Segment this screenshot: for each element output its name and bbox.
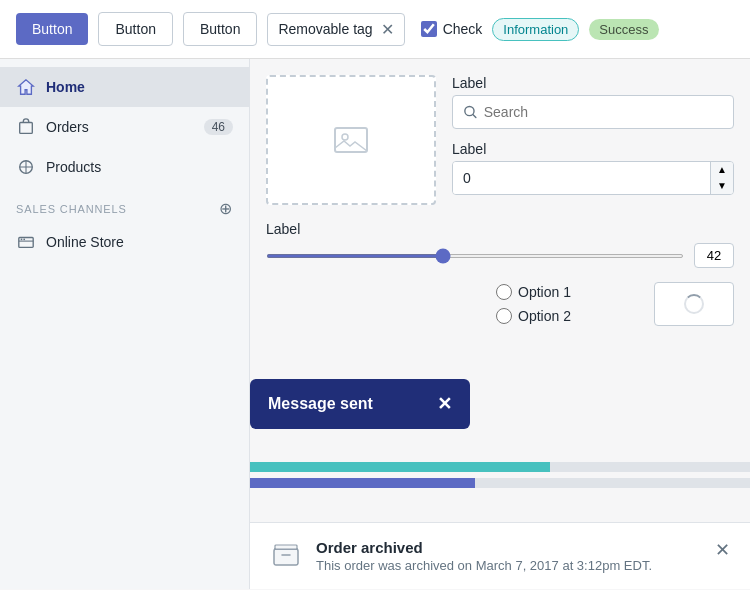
online-store-label: Online Store	[46, 234, 124, 250]
radio-option2-label: Option 2	[518, 308, 571, 324]
search-label: Label	[452, 75, 734, 91]
progress-bar-teal	[250, 462, 550, 472]
radio-btn-row: Message sent ✕ Option 1 Option 2	[266, 282, 734, 326]
top-bar: Button Button Button Removable tag ✕ Che…	[0, 0, 750, 59]
success-badge: Success	[589, 19, 658, 40]
number-input-wrap: ▲ ▼	[452, 161, 734, 195]
main-layout: Home Orders 46 Products SALES CHANNELS	[0, 59, 750, 589]
search-input[interactable]	[484, 96, 723, 128]
primary-button[interactable]: Button	[16, 13, 88, 45]
radio-option2[interactable]: Option 2	[496, 308, 571, 324]
removable-tag-close-icon[interactable]: ✕	[381, 20, 394, 39]
svg-rect-5	[335, 128, 367, 152]
home-icon	[16, 77, 36, 97]
svg-point-6	[342, 134, 348, 140]
spinner-button[interactable]	[654, 282, 734, 326]
orders-label: Orders	[46, 119, 89, 135]
spin-up-button[interactable]: ▲	[711, 162, 733, 178]
number-label: Label	[452, 141, 734, 157]
radio-option1-label: Option 1	[518, 284, 571, 300]
sales-channels-section: SALES CHANNELS ⊕	[0, 187, 249, 222]
archive-icon	[272, 541, 300, 569]
notification-body: This order was archived on March 7, 2017…	[316, 558, 701, 573]
info-badge: Information	[492, 18, 579, 41]
progress-section	[250, 462, 750, 494]
number-input[interactable]	[453, 162, 710, 194]
radio-option1-input[interactable]	[496, 284, 512, 300]
check-text: Check	[443, 21, 483, 37]
search-icon	[463, 104, 478, 120]
svg-rect-9	[275, 545, 297, 549]
form-area: Label Label ▲ ▼	[452, 75, 734, 205]
sidebar-item-products[interactable]: Products	[0, 147, 249, 187]
orders-badge: 46	[204, 119, 233, 135]
checkbox-label[interactable]: Check	[421, 21, 483, 37]
sidebar-item-home[interactable]: Home	[0, 67, 249, 107]
svg-rect-0	[20, 123, 33, 134]
image-placeholder-icon	[331, 120, 371, 160]
slider-input[interactable]	[266, 254, 684, 258]
notification-title: Order archived	[316, 539, 701, 556]
online-store-icon	[16, 232, 36, 252]
default-button-2[interactable]: Button	[183, 12, 257, 46]
sales-channels-label: SALES CHANNELS	[16, 203, 127, 215]
right-panel: Label Label ▲ ▼	[250, 59, 750, 589]
sidebar: Home Orders 46 Products SALES CHANNELS	[0, 59, 250, 589]
slider-wrap: 42	[266, 243, 734, 268]
add-sales-channel-icon[interactable]: ⊕	[219, 199, 233, 218]
svg-point-4	[23, 238, 25, 240]
slider-value-display: 42	[694, 243, 734, 268]
sidebar-item-orders[interactable]: Orders 46	[0, 107, 249, 147]
progress-bar-blue-wrap	[250, 478, 750, 488]
products-icon	[16, 157, 36, 177]
orders-icon	[16, 117, 36, 137]
sidebar-item-online-store[interactable]: Online Store	[0, 222, 249, 262]
progress-bar-teal-wrap	[250, 462, 750, 472]
spin-buttons: ▲ ▼	[710, 162, 733, 194]
default-button-1[interactable]: Button	[98, 12, 172, 46]
home-label: Home	[46, 79, 85, 95]
toast-close-icon[interactable]: ✕	[437, 393, 452, 415]
removable-tag[interactable]: Removable tag ✕	[267, 13, 404, 46]
toast: Message sent ✕	[250, 379, 470, 429]
svg-rect-8	[274, 549, 298, 565]
notification-close-icon[interactable]: ✕	[715, 539, 730, 561]
progress-bar-blue	[250, 478, 475, 488]
radio-group: Option 1 Option 2	[496, 284, 571, 324]
image-placeholder[interactable]	[266, 75, 436, 205]
slider-label: Label	[266, 221, 734, 237]
spinner-circle-icon	[684, 294, 704, 314]
svg-point-3	[21, 238, 23, 240]
notification-content: Order archived This order was archived o…	[316, 539, 701, 573]
panel-grid: Label Label ▲ ▼	[266, 75, 734, 205]
spin-down-button[interactable]: ▼	[711, 178, 733, 194]
radio-option1[interactable]: Option 1	[496, 284, 571, 300]
products-label: Products	[46, 159, 101, 175]
radio-option2-input[interactable]	[496, 308, 512, 324]
notification-banner: Order archived This order was archived o…	[250, 522, 750, 589]
slider-row: Label 42	[266, 221, 734, 268]
check-checkbox[interactable]	[421, 21, 437, 37]
removable-tag-label: Removable tag	[278, 21, 372, 37]
toast-message: Message sent	[268, 395, 373, 413]
notification-icon	[270, 539, 302, 571]
search-input-wrap	[452, 95, 734, 129]
